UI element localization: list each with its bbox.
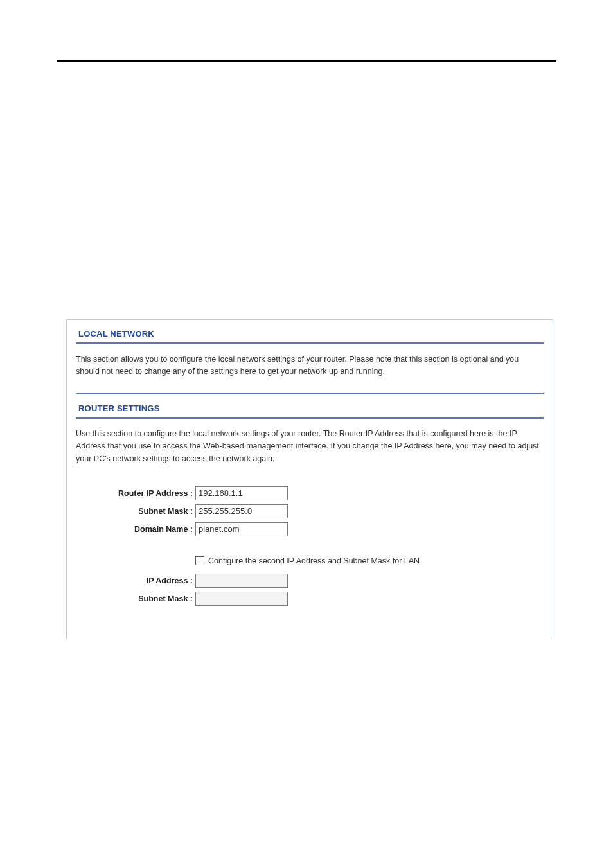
subnet-mask-label: Subnet Mask : [76,507,195,516]
second-ip-form: IP Address : Subnet Mask : [67,572,553,608]
ip2-input[interactable] [195,574,288,588]
router-ip-input[interactable] [195,486,288,500]
router-settings-title: ROUTER SETTINGS [67,394,553,417]
top-rule [57,60,556,62]
ip2-row: IP Address : [76,572,544,590]
mask2-label: Subnet Mask : [76,594,195,603]
second-ip-checkbox-label: Configure the second IP Address and Subn… [208,556,420,565]
second-ip-checkbox-row: Configure the second IP Address and Subn… [67,538,553,572]
domain-name-input[interactable] [195,522,288,536]
mask2-input[interactable] [195,592,288,606]
domain-name-label: Domain Name : [76,525,195,534]
mask2-row: Subnet Mask : [76,590,544,608]
router-ip-row: Router IP Address : [76,484,544,502]
local-network-title: LOCAL NETWORK [67,320,553,342]
router-ip-label: Router IP Address : [76,489,195,498]
second-ip-checkbox[interactable] [195,556,204,565]
domain-name-row: Domain Name : [76,520,544,538]
router-settings-form: Router IP Address : Subnet Mask : Domain… [67,479,553,538]
subnet-mask-input[interactable] [195,504,288,518]
subnet-mask-row: Subnet Mask : [76,502,544,520]
local-network-desc: This section allows you to configure the… [67,344,553,393]
settings-panel: LOCAL NETWORK This section allows you to… [66,319,553,639]
ip2-label: IP Address : [76,576,195,585]
page: LOCAL NETWORK This section allows you to… [0,0,613,868]
router-settings-desc: Use this section to configure the local … [67,419,553,479]
